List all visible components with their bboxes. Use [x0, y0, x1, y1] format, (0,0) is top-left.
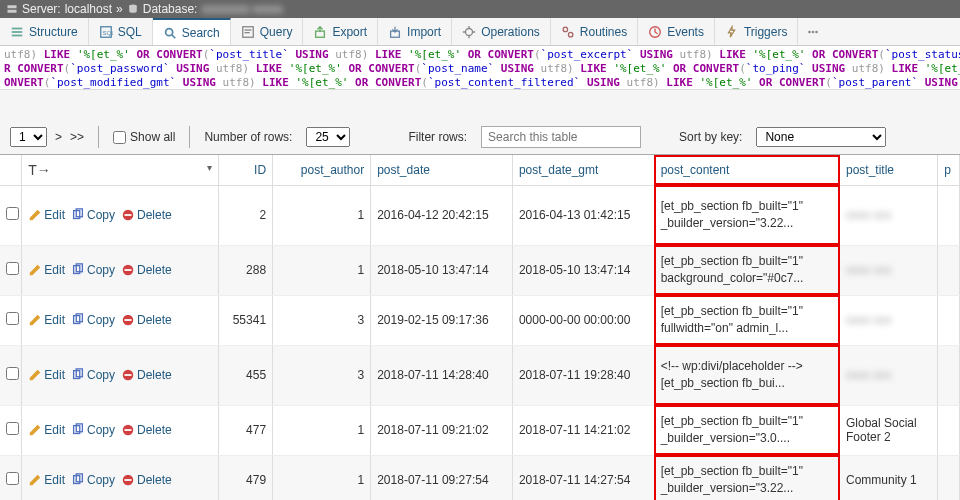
cell-author[interactable]: 1 [273, 245, 371, 295]
col-post-title[interactable]: post_title [840, 155, 938, 185]
edit-button[interactable]: Edit [28, 368, 65, 382]
cell-id[interactable]: 2 [218, 185, 273, 245]
tab-export[interactable]: Export [303, 18, 378, 45]
delete-button[interactable]: Delete [121, 313, 172, 327]
col-post-content[interactable]: post_content [654, 155, 839, 185]
copy-button[interactable]: Copy [71, 263, 115, 277]
cell-title[interactable]: Global Social Footer 2 [840, 405, 938, 455]
edit-button[interactable]: Edit [28, 313, 65, 327]
show-all-checkbox[interactable] [113, 131, 126, 144]
cell-gmt[interactable]: 0000-00-00 00:00:00 [512, 295, 654, 345]
tab-search[interactable]: Search [153, 18, 231, 45]
tab-events[interactable]: Events [638, 18, 715, 45]
tab-sql[interactable]: SQLSQL [89, 18, 153, 45]
cell-date[interactable]: 2019-02-15 09:17:36 [371, 295, 513, 345]
delete-button[interactable]: Delete [121, 368, 172, 382]
col-post-date-gmt[interactable]: post_date_gmt [512, 155, 654, 185]
cell-content[interactable]: [et_pb_section fb_built="1" fullwidth="o… [654, 295, 839, 345]
row-checkbox[interactable] [6, 312, 19, 325]
tab-operations[interactable]: Operations [452, 18, 551, 45]
cell-extra[interactable] [938, 185, 960, 245]
cell-title[interactable]: xxxx xxx [840, 295, 938, 345]
page-select[interactable]: 1 [10, 127, 47, 147]
cell-id[interactable]: 477 [218, 405, 273, 455]
row-checkbox[interactable] [6, 207, 19, 220]
row-checkbox[interactable] [6, 262, 19, 275]
cell-gmt[interactable]: 2018-07-11 14:21:02 [512, 405, 654, 455]
cell-gmt[interactable]: 2018-07-11 14:27:54 [512, 455, 654, 500]
edit-button[interactable]: Edit [28, 263, 65, 277]
col-post-date[interactable]: post_date [371, 155, 513, 185]
cell-id[interactable]: 288 [218, 245, 273, 295]
cell-extra[interactable] [938, 405, 960, 455]
cell-date[interactable]: 2018-07-11 09:27:54 [371, 455, 513, 500]
results-table: T→▾ ID post_author post_date post_date_g… [0, 155, 960, 500]
cell-extra[interactable] [938, 345, 960, 405]
cell-content[interactable]: [et_pb_section fb_built="1" _builder_ver… [654, 455, 839, 500]
delete-button[interactable]: Delete [121, 423, 172, 437]
filter-input[interactable] [481, 126, 641, 148]
col-actions[interactable]: T→▾ [22, 155, 218, 185]
delete-button[interactable]: Delete [121, 263, 172, 277]
cell-content[interactable]: [et_pb_section fb_built="1" _builder_ver… [654, 185, 839, 245]
tab-structure[interactable]: Structure [0, 18, 89, 45]
cell-extra[interactable] [938, 455, 960, 500]
cell-author[interactable]: 1 [273, 405, 371, 455]
delete-button[interactable]: Delete [121, 473, 172, 487]
row-checkbox[interactable] [6, 367, 19, 380]
server-name[interactable]: localhost [65, 2, 112, 16]
cell-content[interactable]: [et_pb_section fb_built="1" _builder_ver… [654, 405, 839, 455]
cell-title[interactable]: xxxx xxx [840, 345, 938, 405]
delete-button[interactable]: Delete [121, 208, 172, 222]
cell-date[interactable]: 2018-05-10 13:47:14 [371, 245, 513, 295]
cell-date[interactable]: 2018-07-11 09:21:02 [371, 405, 513, 455]
show-all-label[interactable]: Show all [113, 130, 175, 144]
cell-extra[interactable] [938, 245, 960, 295]
row-checkbox[interactable] [6, 422, 19, 435]
col-extra[interactable]: p [938, 155, 960, 185]
copy-icon [71, 263, 85, 277]
database-name[interactable]: xxxxxxxx xxxxx [201, 2, 282, 16]
cell-gmt[interactable]: 2018-07-11 19:28:40 [512, 345, 654, 405]
cell-content[interactable]: <!-- wp:divi/placeholder -->[et_pb_secti… [654, 345, 839, 405]
cell-title[interactable]: Community 1 [840, 455, 938, 500]
cell-gmt[interactable]: 2018-05-10 13:47:14 [512, 245, 654, 295]
edit-button[interactable]: Edit [28, 208, 65, 222]
copy-button[interactable]: Copy [71, 313, 115, 327]
edit-button[interactable]: Edit [28, 423, 65, 437]
svg-point-15 [466, 28, 473, 35]
edit-button[interactable]: Edit [28, 473, 65, 487]
tab-triggers[interactable]: Triggers [715, 18, 799, 45]
cell-author[interactable]: 1 [273, 455, 371, 500]
cell-date[interactable]: 2016-04-12 20:42:15 [371, 185, 513, 245]
tab-routines[interactable]: Routines [551, 18, 638, 45]
copy-button[interactable]: Copy [71, 208, 115, 222]
cell-author[interactable]: 1 [273, 185, 371, 245]
rows-select[interactable]: 25 [306, 127, 350, 147]
next-page-button[interactable]: > [55, 130, 62, 144]
cell-author[interactable]: 3 [273, 295, 371, 345]
sort-select[interactable]: None [756, 127, 886, 147]
cell-gmt[interactable]: 2016-04-13 01:42:15 [512, 185, 654, 245]
cell-extra[interactable] [938, 295, 960, 345]
tab-query[interactable]: Query [231, 18, 304, 45]
row-checkbox[interactable] [6, 472, 19, 485]
cell-id[interactable]: 479 [218, 455, 273, 500]
cell-title[interactable]: xxxx xxx [840, 185, 938, 245]
tab-label: Export [332, 25, 367, 39]
cell-author[interactable]: 3 [273, 345, 371, 405]
tab-import[interactable]: Import [378, 18, 452, 45]
chevron-down-icon[interactable]: ▾ [207, 162, 212, 173]
copy-button[interactable]: Copy [71, 368, 115, 382]
col-post-author[interactable]: post_author [273, 155, 371, 185]
copy-button[interactable]: Copy [71, 473, 115, 487]
col-id[interactable]: ID [218, 155, 273, 185]
cell-date[interactable]: 2018-07-11 14:28:40 [371, 345, 513, 405]
cell-id[interactable]: 55341 [218, 295, 273, 345]
copy-button[interactable]: Copy [71, 423, 115, 437]
cell-title[interactable]: xxxx xxx [840, 245, 938, 295]
cell-content[interactable]: [et_pb_section fb_built="1" background_c… [654, 245, 839, 295]
last-page-button[interactable]: >> [70, 130, 84, 144]
tab-more[interactable] [798, 18, 828, 45]
cell-id[interactable]: 455 [218, 345, 273, 405]
